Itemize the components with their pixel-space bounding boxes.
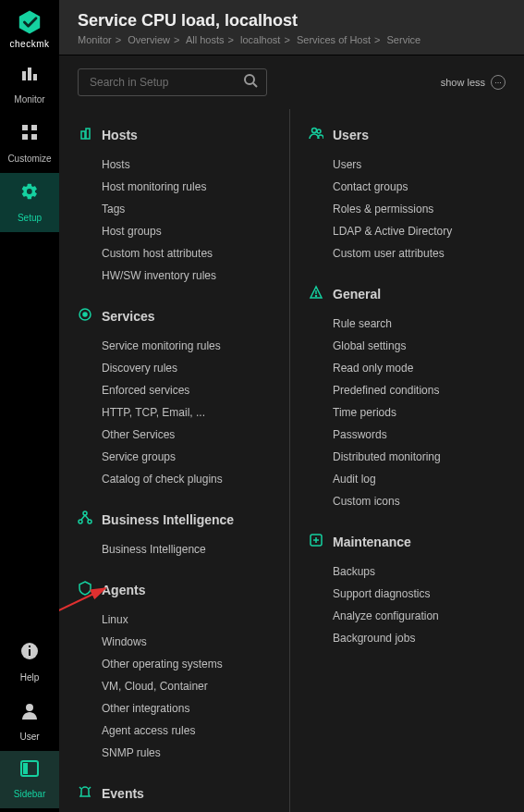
info-icon: [0, 642, 59, 664]
events-icon: [78, 784, 92, 803]
nav-customize[interactable]: Customize: [0, 114, 59, 173]
svg-rect-2: [28, 68, 31, 80]
menu-item-users[interactable]: Users: [333, 154, 506, 176]
show-less-toggle[interactable]: show less ···: [441, 75, 506, 90]
menu-item-host-groups[interactable]: Host groups: [102, 220, 271, 242]
section-users: Users Users Contact groups Roles & permi…: [309, 126, 506, 265]
menu-item-analyze-configuration[interactable]: Analyze configuration: [333, 605, 506, 627]
crumb[interactable]: Overview: [128, 34, 170, 45]
users-icon: [309, 126, 323, 144]
section-title: Events: [102, 786, 144, 801]
search-input[interactable]: [78, 68, 267, 96]
section-title: Maintenance: [333, 535, 411, 549]
menu-item-support-diagnostics[interactable]: Support diagnostics: [333, 583, 506, 605]
svg-point-11: [26, 704, 33, 711]
menu-item-other-integrations[interactable]: Other integrations: [102, 697, 271, 720]
svg-point-25: [312, 129, 317, 133]
setup-mega-menu: Hosts Hosts Host monitoring rules Tags H…: [59, 109, 524, 812]
section-events: Events Notifications Event Console: [78, 784, 271, 812]
svg-line-24: [89, 787, 91, 789]
svg-rect-5: [31, 125, 37, 130]
menu-item-distributed-monitoring[interactable]: Distributed monitoring: [333, 446, 506, 468]
menu-item-ldap-ad[interactable]: LDAP & Active Directory: [333, 220, 506, 242]
menu-item-audit-log[interactable]: Audit log: [333, 468, 506, 490]
section-bi: Business Intelligence Business Intellige…: [78, 511, 271, 560]
menu-item-background-jobs[interactable]: Background jobs: [333, 627, 506, 649]
menu-item-enforced-services[interactable]: Enforced services: [102, 379, 271, 401]
general-icon: [309, 285, 323, 303]
section-maintenance: Maintenance Backups Support diagnostics …: [309, 533, 506, 649]
section-hosts: Hosts Hosts Host monitoring rules Tags H…: [78, 126, 271, 287]
page-title: Service CPU load, localhost: [78, 11, 509, 31]
menu-item-passwords[interactable]: Passwords: [333, 424, 506, 446]
section-title: General: [333, 287, 381, 301]
crumb[interactable]: All hosts: [186, 34, 225, 45]
services-icon: [78, 307, 92, 326]
menu-item-linux[interactable]: Linux: [102, 609, 271, 631]
menu-item-windows[interactable]: Windows: [102, 631, 271, 653]
menu-item-custom-host-attributes[interactable]: Custom host attributes: [102, 242, 271, 265]
search-wrap: [78, 68, 267, 96]
section-services: Services Service monitoring rules Discov…: [78, 307, 271, 490]
bar-chart-icon: [0, 64, 59, 86]
bi-icon: [78, 511, 92, 529]
nav-help[interactable]: Help: [0, 633, 59, 692]
menu-item-read-only-mode[interactable]: Read only mode: [333, 357, 506, 379]
svg-point-26: [317, 129, 321, 133]
menu-item-other-os[interactable]: Other operating systems: [102, 653, 271, 675]
gear-icon: [0, 182, 59, 204]
menu-item-time-periods[interactable]: Time periods: [333, 401, 506, 424]
svg-rect-6: [22, 134, 28, 140]
section-title: Services: [102, 309, 155, 324]
svg-rect-16: [81, 131, 85, 139]
menu-item-tags[interactable]: Tags: [102, 198, 271, 220]
menu-item-roles-permissions[interactable]: Roles & permissions: [333, 198, 506, 220]
nav-monitor[interactable]: Monitor: [0, 55, 59, 114]
menu-item-predefined-conditions[interactable]: Predefined conditions: [333, 379, 506, 401]
menu-item-rule-search[interactable]: Rule search: [333, 313, 506, 335]
crumb[interactable]: Service: [387, 34, 421, 45]
menu-item-custom-icons[interactable]: Custom icons: [333, 490, 506, 512]
menu-item-hosts[interactable]: Hosts: [102, 154, 271, 176]
brand-logo-mark: [17, 9, 43, 35]
svg-rect-4: [22, 125, 28, 130]
crumb[interactable]: Monitor: [78, 34, 112, 45]
section-agents: Agents Linux Windows Other operating sys…: [78, 581, 271, 764]
svg-point-22: [88, 520, 91, 523]
svg-rect-3: [33, 74, 37, 80]
setup-column-left: Hosts Hosts Host monitoring rules Tags H…: [59, 109, 290, 812]
menu-item-bi[interactable]: Business Intelligence: [102, 538, 271, 560]
crumb[interactable]: localhost: [240, 34, 280, 45]
brand-logo: checkmk: [0, 0, 59, 55]
nav-user[interactable]: User: [0, 692, 59, 751]
menu-item-discovery-rules[interactable]: Discovery rules: [102, 357, 271, 379]
section-title: Users: [333, 128, 369, 142]
nav-setup[interactable]: Setup: [0, 173, 59, 232]
section-title: Agents: [102, 583, 145, 597]
svg-point-21: [79, 520, 82, 523]
breadcrumb: Monitor> Overview> All hosts> localhost>…: [78, 34, 509, 45]
main-area: Service CPU load, localhost Monitor> Ove…: [59, 0, 524, 812]
ellipsis-icon: ···: [491, 75, 506, 90]
nav-sidebar-toggle[interactable]: Sidebar: [0, 751, 59, 808]
crumb[interactable]: Services of Host: [297, 34, 371, 45]
menu-item-catalog-check-plugins[interactable]: Catalog of check plugins: [102, 468, 271, 490]
menu-item-service-monitoring-rules[interactable]: Service monitoring rules: [102, 335, 271, 357]
menu-item-global-settings[interactable]: Global settings: [333, 335, 506, 357]
menu-item-contact-groups[interactable]: Contact groups: [333, 176, 506, 198]
menu-item-service-groups[interactable]: Service groups: [102, 446, 271, 468]
menu-item-vm-cloud-container[interactable]: VM, Cloud, Container: [102, 675, 271, 697]
menu-item-other-services[interactable]: Other Services: [102, 424, 271, 446]
svg-rect-7: [31, 134, 37, 140]
menu-item-hwsw-inventory-rules[interactable]: HW/SW inventory rules: [102, 265, 271, 287]
menu-item-snmp-rules[interactable]: SNMP rules: [102, 742, 271, 764]
show-less-label: show less: [441, 77, 485, 88]
brand-logo-text: checkmk: [0, 39, 59, 49]
menu-item-backups[interactable]: Backups: [333, 560, 506, 583]
svg-rect-13: [23, 763, 28, 774]
menu-item-http-tcp-email[interactable]: HTTP, TCP, Email, ...: [102, 401, 271, 424]
svg-line-23: [79, 787, 81, 789]
menu-item-custom-user-attributes[interactable]: Custom user attributes: [333, 242, 506, 265]
menu-item-agent-access-rules[interactable]: Agent access rules: [102, 720, 271, 742]
menu-item-host-monitoring-rules[interactable]: Host monitoring rules: [102, 176, 271, 198]
